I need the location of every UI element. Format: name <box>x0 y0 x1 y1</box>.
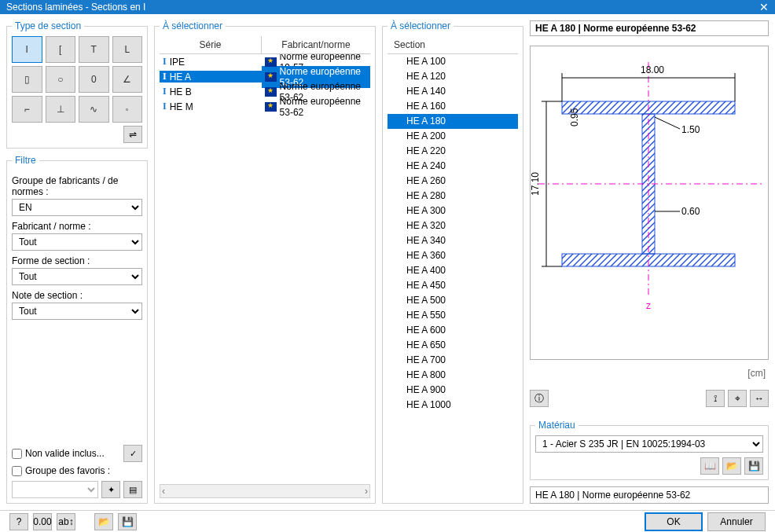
type-btn-circle[interactable]: ○ <box>46 66 76 93</box>
left-column: Type de section I [ T L ▯ ○ 0 ∠ ⌐ ⊥ ∿ ◦ … <box>6 20 148 504</box>
type-btn-oval[interactable]: 0 <box>79 66 109 93</box>
material-open-button[interactable]: 📂 <box>722 457 741 475</box>
section-row[interactable]: HE A 160 <box>388 99 518 114</box>
content: Type de section I [ T L ▯ ○ 0 ∠ ⌐ ⊥ ∿ ◦ … <box>0 14 775 510</box>
open-button[interactable]: 📂 <box>94 513 113 530</box>
section-row[interactable]: HE A 260 <box>388 174 518 189</box>
type-btn-l[interactable]: L <box>112 36 143 63</box>
info-button[interactable]: ⓘ <box>530 390 549 407</box>
section-row[interactable]: HE A 650 <box>388 338 518 353</box>
sections-list[interactable]: HE A 100HE A 120HE A 140HE A 160HE A 180… <box>388 54 518 498</box>
series-title: À sélectionner <box>160 20 226 31</box>
section-row[interactable]: HE A 1000 <box>388 398 518 413</box>
filter-title: Filtre <box>12 155 39 166</box>
filter-group-select[interactable]: EN <box>12 199 142 216</box>
eu-flag-icon <box>265 87 277 97</box>
type-grid: I [ T L ▯ ○ 0 ∠ ⌐ ⊥ ∿ ◦ <box>12 36 142 123</box>
eu-flag-icon <box>265 72 277 82</box>
invalid-label: Non valide inclus... <box>25 448 105 459</box>
window-title: Sections laminées - Sections en I <box>6 2 145 13</box>
type-btn-i[interactable]: I <box>12 36 42 63</box>
section-row[interactable]: HE A 600 <box>388 323 518 338</box>
i-section-icon: I <box>163 71 167 83</box>
section-row[interactable]: HE A 360 <box>388 248 518 263</box>
cancel-button[interactable]: Annuler <box>707 512 766 531</box>
preview-tools: ⓘ ⟟ ⌖ ↔ <box>530 390 769 407</box>
series-header-serie: Série <box>160 36 262 53</box>
type-btn-c[interactable]: [ <box>46 36 76 63</box>
material-panel: Matériau 1 - Acier S 235 JR | EN 10025:1… <box>530 420 769 480</box>
section-row[interactable]: HE A 200 <box>388 129 518 144</box>
section-row[interactable]: HE A 700 <box>388 353 518 368</box>
i-section-icon: I <box>163 86 167 97</box>
section-row[interactable]: HE A 300 <box>388 204 518 218</box>
type-btn-z[interactable]: ⌐ <box>12 96 42 123</box>
section-row[interactable]: HE A 500 <box>388 293 518 308</box>
svg-text:1.50: 1.50 <box>681 124 700 135</box>
bottom-bar: ? 0.00 ab↕ 📂 💾 OK Annuler <box>0 510 775 532</box>
help-button[interactable]: ? <box>9 513 28 530</box>
close-button[interactable]: ✕ <box>744 1 769 13</box>
i-section-icon: I <box>163 56 167 68</box>
filter-panel: Filtre Groupe de fabricants / de normes … <box>6 155 148 504</box>
type-btn-flat[interactable]: ⊥ <box>46 96 76 123</box>
series-panel: À sélectionner Série Fabricant/norme IIP… <box>154 20 376 504</box>
filter-note-select[interactable]: Tout <box>12 303 142 320</box>
section-row[interactable]: HE A 140 <box>388 84 518 99</box>
section-row[interactable]: HE A 400 <box>388 263 518 278</box>
type-btn-rect[interactable]: ▯ <box>12 66 42 93</box>
fav-edit-button[interactable]: ▤ <box>123 481 142 498</box>
series-row[interactable]: IHE MNorme européenne 53-62 <box>160 99 370 114</box>
favorites-select[interactable] <box>12 481 98 498</box>
sort-button[interactable]: ab↕ <box>57 513 75 530</box>
eu-flag-icon <box>265 57 277 67</box>
section-row[interactable]: HE A 800 <box>388 368 518 383</box>
extra-type-button[interactable]: ⇌ <box>123 126 142 143</box>
section-row[interactable]: HE A 280 <box>388 189 518 204</box>
section-row[interactable]: HE A 900 <box>388 383 518 398</box>
filter-shape-label: Forme de section : <box>12 255 142 266</box>
preview-title: HE A 180 | Norme européenne 53-62 <box>530 20 769 36</box>
type-btn-angle[interactable]: ∠ <box>112 66 143 93</box>
section-row[interactable]: HE A 100 <box>388 54 518 69</box>
fav-new-button[interactable]: ✦ <box>101 481 120 498</box>
filter-group-label: Groupe de fabricants / de normes : <box>12 175 142 197</box>
save-button[interactable]: 💾 <box>118 513 137 530</box>
section-row[interactable]: HE A 120 <box>388 69 518 84</box>
titlebar: Sections laminées - Sections en I ✕ <box>0 0 775 14</box>
svg-text:z: z <box>646 300 651 311</box>
section-row[interactable]: HE A 220 <box>388 144 518 159</box>
svg-text:18.00: 18.00 <box>641 64 664 75</box>
section-row[interactable]: HE A 180 <box>388 114 518 129</box>
type-btn-t[interactable]: T <box>79 36 109 63</box>
type-btn-dot[interactable]: ◦ <box>112 96 143 123</box>
section-row[interactable]: HE A 240 <box>388 159 518 174</box>
series-list[interactable]: IIPENorme européenne 19-57IHE ANorme eur… <box>160 54 370 484</box>
ok-button[interactable]: OK <box>645 512 703 531</box>
preview-unit: [cm] <box>530 366 769 380</box>
filter-mfr-select[interactable]: Tout <box>12 233 142 251</box>
units-button[interactable]: 0.00 <box>33 513 52 530</box>
series-column: À sélectionner Série Fabricant/norme IIP… <box>154 20 376 504</box>
type-btn-wave[interactable]: ∿ <box>79 96 109 123</box>
section-row[interactable]: HE A 340 <box>388 233 518 248</box>
coord-button[interactable]: ⌖ <box>728 390 747 407</box>
section-row[interactable]: HE A 320 <box>388 218 518 233</box>
section-row[interactable]: HE A 450 <box>388 278 518 293</box>
sections-header-row: Section <box>388 36 518 54</box>
material-library-button[interactable]: 📖 <box>700 457 719 475</box>
material-select[interactable]: 1 - Acier S 235 JR | EN 10025:1994-03 <box>535 435 763 453</box>
dims-button[interactable]: ↔ <box>750 390 769 407</box>
filter-shape-select[interactable]: Tout <box>12 268 142 285</box>
sections-title: À sélectionner <box>388 20 454 31</box>
favorites-checkbox[interactable] <box>12 466 22 476</box>
axis-button[interactable]: ⟟ <box>706 390 725 407</box>
section-row[interactable]: HE A 550 <box>388 308 518 323</box>
invalid-checkbox[interactable] <box>12 449 22 459</box>
invalid-config-button[interactable]: ✓ <box>123 445 142 462</box>
material-save-button[interactable]: 💾 <box>744 457 763 475</box>
right-column: HE A 180 | Norme européenne 53-62 y <box>530 20 769 504</box>
type-section-panel: Type de section I [ T L ▯ ○ 0 ∠ ⌐ ⊥ ∿ ◦ … <box>6 20 148 149</box>
sections-header: Section <box>388 36 518 53</box>
series-scrollbar[interactable]: ‹› <box>160 484 370 498</box>
